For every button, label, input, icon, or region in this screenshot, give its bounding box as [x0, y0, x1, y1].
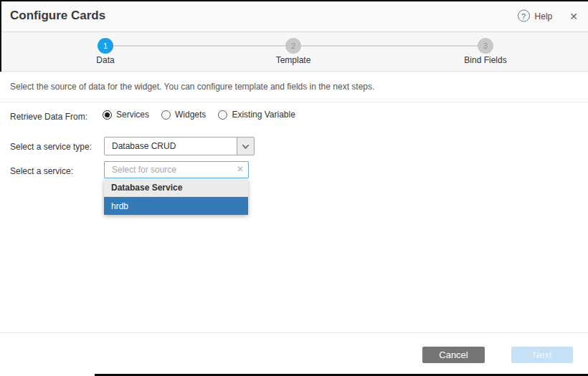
- step-2-indicator[interactable]: 2: [285, 38, 301, 54]
- retrieve-data-from-radio-group: Services Widgets Existing Variable: [103, 110, 295, 120]
- radio-widgets[interactable]: Widgets: [161, 110, 206, 120]
- radio-services[interactable]: Services: [103, 110, 149, 120]
- screenshot-top-edge: [0, 0, 588, 1]
- radio-existing-variable[interactable]: Existing Variable: [218, 110, 295, 120]
- cancel-button[interactable]: Cancel: [422, 347, 485, 363]
- stepper-connector-2: [301, 45, 478, 47]
- retrieve-data-from-label: Retrieve Data From:: [10, 112, 87, 122]
- service-label: Select a service:: [10, 166, 73, 176]
- step-1-indicator[interactable]: 1: [98, 38, 113, 54]
- radio-existing-variable-label: Existing Variable: [232, 110, 295, 120]
- description-text: Select the source of data for the widget…: [10, 82, 374, 92]
- close-icon[interactable]: ✕: [566, 10, 581, 21]
- step-1-label: Data: [96, 55, 114, 65]
- wizard-stepper: 1 Data 2 Template 3 Bind Fields: [0, 32, 588, 72]
- radio-services-circle: [103, 110, 112, 120]
- service-type-selected-value: Database CRUD: [112, 141, 176, 151]
- dialog-header: Configure Cards ? Help ✕: [0, 0, 588, 32]
- header-actions: ? Help ✕: [518, 10, 581, 22]
- help-icon[interactable]: ?: [518, 10, 530, 22]
- radio-existing-variable-circle: [218, 110, 227, 120]
- description-bar: Select the source of data for the widget…: [0, 72, 588, 102]
- select-arrow-box[interactable]: [237, 138, 254, 155]
- stepper-connector-1: [113, 45, 285, 47]
- step-3-indicator[interactable]: 3: [478, 38, 493, 54]
- dropdown-group-header: Database Service: [104, 179, 248, 197]
- service-type-label: Select a service type:: [10, 142, 92, 152]
- service-dropdown: Database Service hrdb: [104, 179, 248, 215]
- radio-services-label: Services: [116, 110, 149, 120]
- screenshot-left-edge: [0, 0, 1, 72]
- radio-widgets-label: Widgets: [175, 110, 206, 120]
- wizard-step-content: Retrieve Data From: Services Widgets Exi…: [0, 102, 588, 330]
- page-title: Configure Cards: [10, 9, 105, 23]
- dropdown-option-hrdb[interactable]: hrdb: [104, 197, 248, 215]
- help-button[interactable]: Help: [535, 11, 553, 21]
- clear-icon[interactable]: ✕: [237, 165, 244, 173]
- service-type-select[interactable]: Database CRUD: [104, 137, 255, 155]
- next-button[interactable]: Next: [511, 347, 573, 363]
- step-2-label: Template: [276, 55, 311, 65]
- step-3-label: Bind Fields: [464, 55, 506, 65]
- chevron-down-icon: [242, 142, 250, 149]
- service-search-input[interactable]: [104, 161, 249, 178]
- dialog-footer: Cancel Next: [0, 332, 588, 376]
- radio-widgets-circle: [161, 110, 171, 120]
